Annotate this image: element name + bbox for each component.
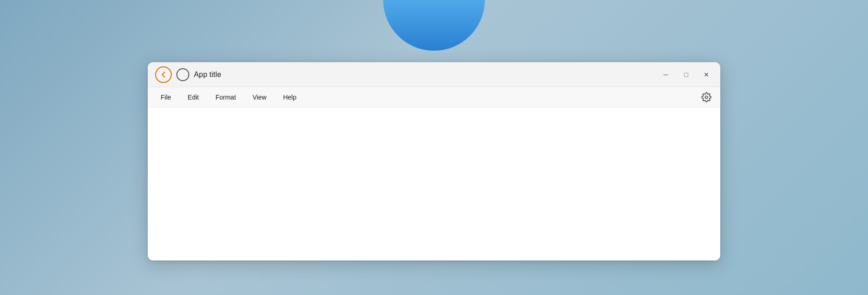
menu-edit[interactable]: Edit <box>181 91 206 104</box>
window-controls: ─ □ ✕ <box>659 68 713 81</box>
menu-format[interactable]: Format <box>208 91 243 104</box>
menu-items: File Edit Format View Help <box>153 91 698 104</box>
title-bar: App title ─ □ ✕ <box>148 62 720 87</box>
menu-file[interactable]: File <box>153 91 179 104</box>
desktop-blob <box>383 0 485 51</box>
menu-help[interactable]: Help <box>276 91 304 104</box>
app-window: App title ─ □ ✕ File Edit Format View He… <box>148 62 720 260</box>
app-icon <box>176 68 189 81</box>
back-icon <box>159 71 168 79</box>
desktop: App title ─ □ ✕ File Edit Format View He… <box>0 0 868 295</box>
app-title: App title <box>194 71 221 79</box>
menu-view[interactable]: View <box>245 91 274 104</box>
close-button[interactable]: ✕ <box>700 68 713 81</box>
content-area <box>148 107 720 260</box>
back-button[interactable] <box>155 66 172 83</box>
minimize-button[interactable]: ─ <box>659 68 672 81</box>
svg-point-0 <box>705 96 708 99</box>
gear-icon <box>701 92 711 102</box>
title-bar-left: App title <box>155 66 659 83</box>
menu-bar: File Edit Format View Help <box>148 87 720 107</box>
maximize-button[interactable]: □ <box>680 68 693 81</box>
settings-button[interactable] <box>698 89 715 106</box>
menu-bar-right <box>698 89 715 106</box>
